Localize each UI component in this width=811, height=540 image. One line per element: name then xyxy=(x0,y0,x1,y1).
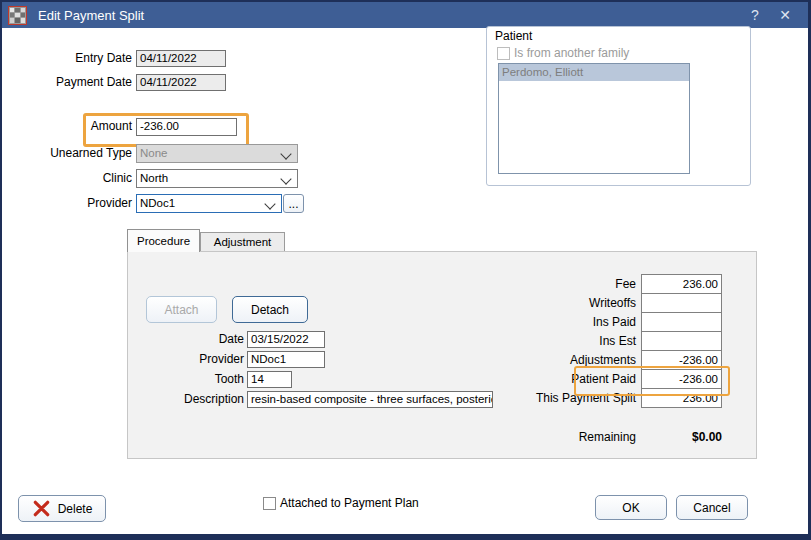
patient-paid-value: -236.00 xyxy=(641,369,722,389)
fee-value: 236.00 xyxy=(641,274,722,294)
ins-est-value xyxy=(641,331,722,351)
unearned-type-value: None xyxy=(140,147,168,159)
delete-button-label: Delete xyxy=(58,502,93,516)
patient-group-label: Patient xyxy=(495,29,532,43)
patient-groupbox: Patient Is from another family Perdomo, … xyxy=(486,26,751,186)
unearned-type-dropdown: None xyxy=(136,144,298,163)
proc-tooth-field: 14 xyxy=(247,371,292,388)
clinic-label: Clinic xyxy=(20,170,132,187)
proc-date-label: Date xyxy=(132,331,244,348)
writeoffs-label: Writeoffs xyxy=(508,293,636,313)
unearned-type-label: Unearned Type xyxy=(20,145,132,162)
delete-button[interactable]: Delete xyxy=(18,495,106,522)
cancel-button[interactable]: Cancel xyxy=(676,495,748,520)
patient-paid-label: Patient Paid xyxy=(508,369,636,389)
patient-list-item[interactable]: Perdomo, Elliott xyxy=(499,64,689,81)
proc-provider-label: Provider xyxy=(132,351,244,368)
proc-date-field: 03/15/2022 xyxy=(247,331,325,348)
close-icon[interactable]: ✕ xyxy=(770,7,800,23)
adjustments-label: Adjustments xyxy=(508,350,636,370)
patient-listbox[interactable]: Perdomo, Elliott xyxy=(498,63,690,174)
ins-paid-label: Ins Paid xyxy=(508,312,636,332)
provider-value: NDoc1 xyxy=(140,197,175,209)
ins-paid-value xyxy=(641,312,722,332)
detach-button[interactable]: Detach xyxy=(232,296,308,323)
ok-button[interactable]: OK xyxy=(595,495,667,520)
adjustments-value: -236.00 xyxy=(641,350,722,370)
dialog-title: Edit Payment Split xyxy=(38,8,144,23)
payment-date-field: 04/11/2022 xyxy=(136,74,226,91)
provider-dropdown[interactable]: NDoc1 xyxy=(136,194,282,213)
attached-to-payment-plan-label: Attached to Payment Plan xyxy=(280,496,419,510)
clinic-dropdown[interactable]: North xyxy=(136,169,298,188)
is-from-another-family-checkbox[interactable]: Is from another family xyxy=(497,46,629,60)
writeoffs-value xyxy=(641,293,722,313)
chevron-down-icon xyxy=(280,173,291,184)
is-from-another-family-label: Is from another family xyxy=(514,46,629,60)
chevron-down-icon xyxy=(280,148,291,159)
amount-label: Amount xyxy=(20,118,132,135)
checkbox-icon xyxy=(263,497,276,510)
chevron-down-icon xyxy=(264,198,275,209)
amount-field[interactable]: -236.00 xyxy=(136,118,237,136)
fee-label: Fee xyxy=(508,274,636,294)
tab-adjustment[interactable]: Adjustment xyxy=(200,232,285,252)
proc-description-label: Description xyxy=(132,391,244,408)
tab-procedure[interactable]: Procedure xyxy=(127,229,200,252)
red-x-icon xyxy=(32,499,51,518)
this-payment-split-value: 236.00 xyxy=(641,388,722,408)
entry-date-field: 04/11/2022 xyxy=(136,50,226,67)
edit-payment-split-dialog: Edit Payment Split ? ✕ Entry Date 04/11/… xyxy=(0,0,811,540)
title-bar: Edit Payment Split ? ✕ xyxy=(2,2,808,28)
proc-provider-field: NDoc1 xyxy=(247,351,325,368)
attach-button: Attach xyxy=(146,296,217,323)
app-grid-icon xyxy=(8,6,27,25)
help-button[interactable]: ? xyxy=(740,7,770,23)
this-payment-split-label: This Payment Split xyxy=(508,388,636,408)
payment-date-label: Payment Date xyxy=(20,74,132,91)
ins-est-label: Ins Est xyxy=(508,331,636,351)
provider-label: Provider xyxy=(20,195,132,212)
proc-tooth-label: Tooth xyxy=(132,371,244,388)
procedure-tab-panel: Attach Detach Date 03/15/2022 Provider N… xyxy=(127,251,757,459)
remaining-value: $0.00 xyxy=(641,427,722,447)
proc-description-field: resin-based composite - three surfaces, … xyxy=(247,391,493,408)
entry-date-label: Entry Date xyxy=(20,50,132,67)
remaining-label: Remaining xyxy=(508,427,636,447)
clinic-value: North xyxy=(140,172,168,184)
attached-to-payment-plan-checkbox[interactable]: Attached to Payment Plan xyxy=(263,496,419,510)
provider-more-button[interactable]: ... xyxy=(283,194,304,213)
checkbox-icon xyxy=(497,47,510,60)
